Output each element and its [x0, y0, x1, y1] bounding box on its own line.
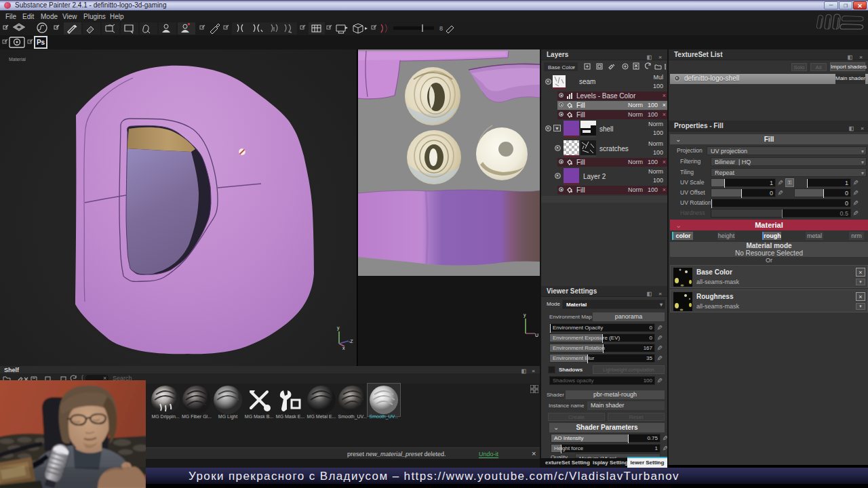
svg-text:U: U	[535, 333, 538, 338]
svg-text:x: x	[342, 346, 345, 350]
svg-text:8: 8	[439, 25, 443, 32]
svg-text:y: y	[337, 325, 340, 331]
svg-text:y: y	[524, 312, 526, 318]
svg-text:-Z: -Z	[349, 339, 353, 344]
